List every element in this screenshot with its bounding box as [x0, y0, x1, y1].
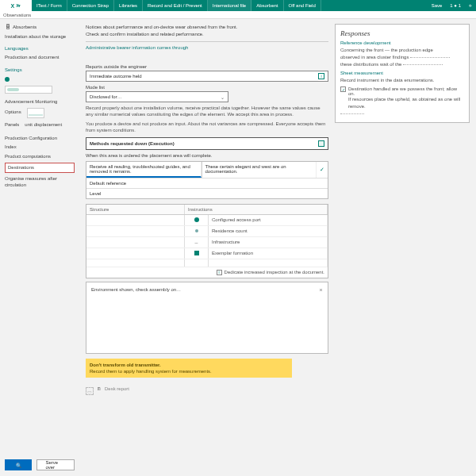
- sidebar-item-absorbents[interactable]: 🗄Absorbents: [5, 24, 75, 31]
- status-square-icon: [194, 251, 199, 255]
- tab-3[interactable]: Record and Edit / Prevent: [143, 0, 208, 11]
- tab-5[interactable]: Absorbent: [251, 0, 283, 11]
- grid-footer: iDedicate increased inspection at the do…: [86, 267, 328, 278]
- panel-line: observed in area cluster findings: [340, 54, 464, 61]
- data-grid: StructureInstructions Configured access …: [86, 204, 328, 278]
- desc-2: You produce a device and not produce an …: [86, 121, 328, 134]
- caption: When this area is ordered the placement …: [86, 153, 328, 158]
- warn-line: Record them to apply handling system for…: [90, 368, 288, 374]
- check-icon[interactable]: ✓: [317, 162, 328, 178]
- two-col-table: Receive all reading, troubleshooted guid…: [86, 161, 328, 199]
- panel-line: these distributions wait of the: [340, 61, 464, 68]
- table-cell[interactable]: Level: [86, 189, 328, 198]
- grid-cell[interactable]: Exemplar formation: [209, 248, 328, 259]
- section-reports: Reports outside the engineer: [86, 64, 328, 69]
- settings-toggle[interactable]: [5, 86, 52, 94]
- dash-icon: –: [195, 240, 198, 245]
- sidebar-item-label: Panels: [5, 122, 19, 128]
- sidebar-item-index[interactable]: Index: [5, 144, 75, 151]
- warning-banner: Don't transform old transmitter. Record …: [86, 359, 292, 378]
- sidebar-group-prodconf: Production Configuration: [5, 136, 75, 140]
- panel-spacer: [340, 110, 464, 117]
- tab-0[interactable]: IText / Form: [32, 0, 67, 11]
- chevron-down-icon: ⌄: [221, 94, 225, 100]
- intro-text-1: Notices about performance and on-device …: [86, 24, 328, 31]
- command-field[interactable]: Methods requested down (Execution): [86, 137, 328, 150]
- checkbox-label: Destination handled are we possess the f…: [348, 86, 464, 96]
- status-dot-icon: [194, 217, 199, 222]
- checkbox-icon[interactable]: [340, 86, 346, 92]
- field-value: Disclosed for…: [90, 94, 122, 99]
- expand-icon[interactable]: ⎆: [465, 3, 476, 8]
- admin-link[interactable]: Administrative bearer information comes …: [86, 45, 328, 50]
- sidebar-item-org[interactable]: Organise measures after circulation: [5, 175, 75, 188]
- status-indicator: 1 ● 1: [446, 3, 465, 8]
- sidebar-item-options[interactable]: Options: [5, 107, 75, 119]
- tab-6[interactable]: Off and Field: [284, 0, 321, 11]
- panel-line: Record instrument in the data enumeratio…: [340, 77, 464, 84]
- toggle-knob[interactable]: [5, 77, 10, 82]
- warn-line: Don't transform old transmitter.: [90, 362, 288, 368]
- main-column: Notices about performance and on-device …: [86, 24, 328, 476]
- sidebar-actions: 🔍 Serve over: [5, 459, 75, 470]
- sidebar-item-comp[interactable]: Product computations: [5, 153, 75, 160]
- panel-group: Reference development: [340, 40, 464, 45]
- grid-header[interactable]: Structure: [86, 205, 185, 214]
- sub-form: Environment shown, check assembly on…⨯: [86, 282, 328, 354]
- tab-4[interactable]: International file: [208, 0, 251, 11]
- table-cell[interactable]: These certain elegant and west are on do…: [202, 162, 317, 178]
- foot-icon: 🗎: [97, 386, 102, 391]
- edit-icon[interactable]: i: [318, 73, 324, 79]
- db-icon: 🗄: [5, 25, 10, 30]
- info-icon[interactable]: i: [217, 270, 222, 275]
- grid-cell[interactable]: Residence count: [209, 226, 328, 236]
- save-action[interactable]: Save: [428, 3, 447, 8]
- label-modelist: Mode list: [86, 85, 328, 90]
- status-dot-icon: [195, 229, 198, 232]
- panel-title: Responses: [340, 29, 464, 37]
- cancel-button[interactable]: Serve over: [36, 459, 75, 470]
- field-modelist[interactable]: Disclosed for…⌄: [86, 91, 228, 102]
- sidebar-item-prod[interactable]: Production and document: [5, 54, 75, 61]
- doc-icon: ▭: [86, 387, 94, 395]
- sidebar-group-settings: Settings: [5, 67, 75, 72]
- sidebar: 🗄Absorbents Installation about the stora…: [0, 19, 79, 476]
- mini-preview-icon: [27, 108, 44, 118]
- sidebar-item-sublabel: unit displacement: [25, 122, 62, 128]
- panel-line: Concerning the front — the production ed…: [340, 47, 464, 54]
- sidebar-group-lang: Languages: [5, 46, 75, 51]
- sidebar-group-adv: Advancement Monitoring: [5, 99, 75, 104]
- breadcrumb: Observations: [0, 11, 476, 19]
- grid-cell[interactable]: Configured access port: [209, 215, 328, 225]
- topbar: XX▾ IText / Form Connection Strap Librar…: [0, 0, 476, 11]
- execute-icon[interactable]: [318, 140, 324, 147]
- grid-cell[interactable]: Infrastructure: [209, 237, 328, 248]
- page-footer: ▭ 🗎 Desk report: [86, 382, 328, 395]
- field-value: Methods requested down (Execution): [90, 141, 175, 146]
- sidebar-item-label: Options: [5, 109, 21, 115]
- field-value: Immediate outcome held: [90, 74, 142, 79]
- sidebar-item-label: Absorbents: [13, 25, 36, 30]
- foot-label: Desk report: [105, 386, 129, 391]
- sidebar-item-panels[interactable]: Panelsunit displacement: [5, 121, 75, 129]
- table-cell[interactable]: Default reference: [86, 178, 328, 188]
- panel-group: Sheet measurement: [340, 71, 464, 75]
- side-panel: Responses Reference development Concerni…: [335, 24, 470, 123]
- intro-text-2: Check and confirm installation and relat…: [86, 31, 328, 38]
- sidebar-item-install[interactable]: Installation about the storage: [5, 33, 75, 40]
- sidebar-item-destinations[interactable]: Destinations: [5, 163, 75, 173]
- tab-1[interactable]: Connection Strap: [67, 0, 114, 11]
- search-button[interactable]: 🔍: [5, 459, 32, 470]
- grid-header[interactable]: Instructions: [185, 205, 328, 214]
- subform-title: Environment shown, check assembly on…: [91, 287, 181, 292]
- tab-2[interactable]: Libraries: [114, 0, 143, 11]
- desc-1: Record properly about one installation v…: [86, 105, 328, 118]
- field-outcome[interactable]: Immediate outcome heldi: [86, 71, 328, 82]
- app-logo[interactable]: XX▾: [0, 0, 32, 11]
- table-cell[interactable]: Receive all reading, troubleshooted guid…: [86, 162, 202, 178]
- close-icon[interactable]: ⨯: [319, 287, 323, 293]
- panel-checkbox[interactable]: Destination handled are we possess the f…: [340, 86, 464, 96]
- panel-line: If resources place the upheld, as obtain…: [348, 96, 464, 110]
